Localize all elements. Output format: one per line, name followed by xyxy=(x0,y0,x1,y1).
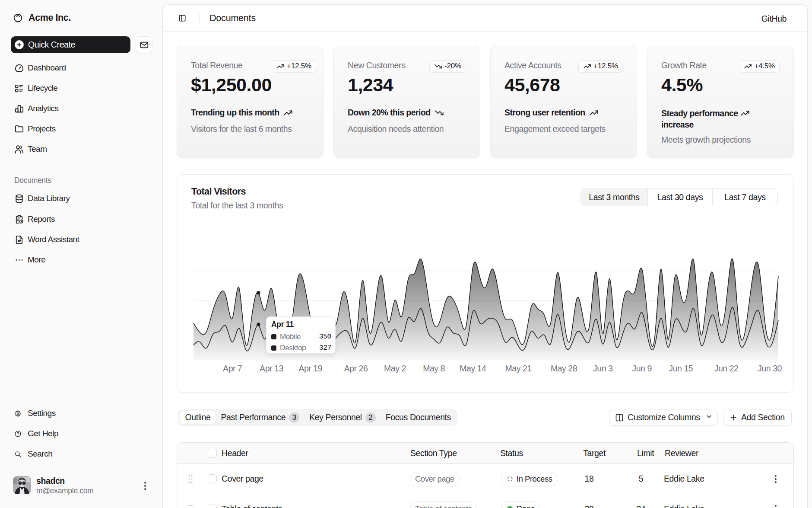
svg-text:Apr 19: Apr 19 xyxy=(298,364,322,373)
svg-text:Apr 7: Apr 7 xyxy=(223,364,242,373)
svg-text:Jun 9: Jun 9 xyxy=(632,364,651,373)
svg-text:Jun 30: Jun 30 xyxy=(758,364,782,373)
svg-text:Apr 13: Apr 13 xyxy=(260,364,283,373)
svg-text:Jun 22: Jun 22 xyxy=(714,364,739,373)
svg-text:Jun 3: Jun 3 xyxy=(593,364,612,373)
svg-text:May 8: May 8 xyxy=(423,364,445,373)
svg-text:May 14: May 14 xyxy=(460,364,486,373)
svg-text:Apr 26: Apr 26 xyxy=(344,364,368,373)
svg-text:May 28: May 28 xyxy=(551,364,577,373)
svg-text:Jun 15: Jun 15 xyxy=(669,364,693,373)
svg-text:May 2: May 2 xyxy=(384,364,406,373)
svg-text:May 21: May 21 xyxy=(505,364,532,373)
